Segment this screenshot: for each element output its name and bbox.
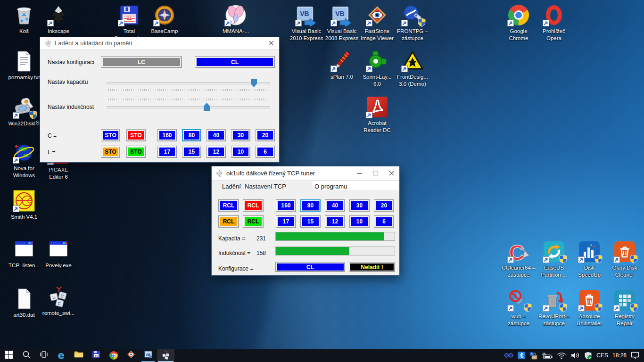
desktop-icon-inkscape[interactable]: Inkscape xyxy=(41,4,76,35)
w1-sto-row2-sto-button[interactable]: STO xyxy=(101,146,120,158)
taskbar-total-commander-button[interactable]: 64 xyxy=(87,349,105,362)
desktop-icon-total-commander[interactable]: 64Total Commander xyxy=(111,4,147,42)
desktop-icon-frontpg[interactable]: FRONTPG – zástupce xyxy=(395,4,430,42)
desktop-icon-poznamky-txt[interactable]: poznamky.txt xyxy=(6,50,42,81)
w1-band-6-button[interactable]: 6 xyxy=(256,146,275,158)
taskbar-tcp-tuner-app-button[interactable] xyxy=(157,349,174,362)
taskbar-chrome-button[interactable] xyxy=(105,349,122,362)
cl-button[interactable]: CL xyxy=(195,56,275,68)
desktop-icon-visual-basic-2008[interactable]: VBVisual Basic 2008 Express xyxy=(324,4,360,42)
desktop-icon-smith[interactable]: Smith V4.1 xyxy=(6,189,42,221)
window2-title: ok1ufc dálkově řízený TCP tuner xyxy=(226,170,315,177)
taskbar-faststone-button[interactable] xyxy=(122,349,140,362)
no-tune-button[interactable]: Neladit ! xyxy=(349,262,395,272)
desktop-icon-label: FRONTPG – zástupce xyxy=(395,28,430,42)
desktop-icon-disk-speedup[interactable]: Disk SpeedUp xyxy=(571,240,607,279)
window2-titlebar[interactable]: UCC ok1ufc dálkově řízený TCP tuner xyxy=(212,166,399,181)
w1-band-12-button[interactable]: 12 xyxy=(206,146,226,158)
desktop-icon-wub[interactable]: wub – zástupce xyxy=(501,289,537,327)
menu-o-programu[interactable]: O programu xyxy=(314,181,347,192)
desktop-icon-tcp-listen[interactable]: TCP_listen... xyxy=(6,238,42,269)
w1-sto-row2-sto-button[interactable]: STO xyxy=(126,146,146,158)
desktop-icon-faststone[interactable]: FastStone Image Viewer xyxy=(359,4,395,42)
window2-minimize-button[interactable] xyxy=(351,166,367,180)
capacity-slider-thumb[interactable] xyxy=(251,79,257,87)
w2-band-15-button[interactable]: 15 xyxy=(300,215,321,228)
w1-band-17-button[interactable]: 17 xyxy=(157,146,177,158)
capacity-slider-track[interactable] xyxy=(107,82,270,84)
w1-band-160-button[interactable]: 160 xyxy=(157,129,177,141)
taskbar-task-view-button[interactable] xyxy=(35,349,52,362)
taskbar-search-button[interactable] xyxy=(17,349,35,362)
w2-rcl-row2-rcl-button[interactable]: RCL xyxy=(218,215,239,228)
volume-icon[interactable] xyxy=(570,352,580,359)
w1-band-40-button[interactable]: 40 xyxy=(206,129,226,141)
menu-ladeni[interactable]: Ladění xyxy=(222,181,241,192)
menu-nastaveni-tcp[interactable]: Nastavení TCP xyxy=(245,181,286,192)
desktop-icon-sprint-layout[interactable]: Sprint-Lay... 6.0 xyxy=(359,49,395,88)
taskbar-edge-button[interactable]: e xyxy=(52,349,70,362)
uac-shield-icon xyxy=(594,255,603,263)
desktop-icon-frontdesigner[interactable]: FrontDesig... 3.0 (Demo) xyxy=(395,49,430,88)
w1-band-80-button[interactable]: 80 xyxy=(182,129,201,141)
desktop-icon-nova-for-windows[interactable]: Nova for Windows xyxy=(6,141,42,179)
bluetooth-icon[interactable] xyxy=(518,352,525,359)
language-indicator[interactable]: CES xyxy=(596,352,608,359)
desktop-icon-recycle-bin[interactable]: Koš xyxy=(6,4,42,35)
taskbar-start-button[interactable] xyxy=(0,349,17,362)
taskbar-file-explorer-button[interactable] xyxy=(70,349,87,362)
w1-sto-row1-sto-button[interactable]: STO xyxy=(126,129,146,141)
desktop-icon-easeus-partition[interactable]: EaseUS Partition ... xyxy=(536,240,572,279)
defender-icon[interactable] xyxy=(584,352,592,360)
desktop-icon-mmana[interactable]: v.3MMANA-... xyxy=(218,4,254,35)
desktop-icon-google-chrome[interactable]: Google Chrome xyxy=(501,4,537,42)
desktop-icon-revouport[interactable]: RevoUPort – zástupce xyxy=(536,289,572,327)
desktop-icon-splan[interactable]: sPlan 7.0 xyxy=(324,49,360,81)
w1-band-15-button[interactable]: 15 xyxy=(182,146,201,158)
w2-rcl-row1-rcl-button[interactable]: RCL xyxy=(218,199,239,212)
power-icon[interactable] xyxy=(542,352,553,359)
w1-band-20-button[interactable]: 20 xyxy=(256,129,275,141)
window2-close-button[interactable] xyxy=(383,166,399,180)
lc-button[interactable]: LC xyxy=(101,56,182,68)
desktop-icon-ccleaner64[interactable]: CCCleaner64 – zástupce xyxy=(501,240,537,279)
w1-band-30-button[interactable]: 30 xyxy=(231,129,250,141)
w2-band-30-button[interactable]: 30 xyxy=(349,199,370,212)
desktop-icon-visual-basic-2010[interactable]: VBVisual Basic 2010 Express xyxy=(289,4,324,42)
desktop-icon-basecamp[interactable]: BaseCamp xyxy=(147,4,182,35)
desktop-icon-acrobat-reader[interactable]: Acrobat Reader DC xyxy=(359,96,395,134)
window2-maximize-button[interactable] xyxy=(367,166,383,180)
configuration-value-button[interactable]: CL xyxy=(275,262,345,272)
w2-band-12-button[interactable]: 12 xyxy=(325,215,345,228)
w2-band-40-button[interactable]: 40 xyxy=(325,199,345,212)
desktop-icon-registry-repair[interactable]: Registry Repair xyxy=(607,289,643,327)
registry-repair-icon xyxy=(613,289,636,312)
w2-band-20-button[interactable]: 20 xyxy=(374,199,394,212)
w1-band-10-button[interactable]: 10 xyxy=(231,146,250,158)
security-clock-icon[interactable] xyxy=(529,352,538,360)
w2-band-160-button[interactable]: 160 xyxy=(276,199,296,212)
clock[interactable]: 18:26 xyxy=(612,352,627,359)
w2-rcl-row2-rcl-button[interactable]: RCL xyxy=(243,215,264,228)
action-center-icon[interactable] xyxy=(631,352,639,359)
wifi-icon[interactable] xyxy=(557,352,566,359)
desktop-icon-art30-dat[interactable]: art30.dat xyxy=(6,288,42,319)
desktop-icon-povely-exe[interactable]: Povely.exe xyxy=(41,238,76,269)
w1-sto-row1-sto-button[interactable]: STO xyxy=(101,129,120,141)
taskbar-visual-basic-button[interactable]: VB xyxy=(140,349,157,362)
window1-titlebar[interactable]: UCC Ladění a ukládání do paměti xyxy=(40,37,279,49)
w2-band-6-button[interactable]: 6 xyxy=(374,215,394,228)
w2-rcl-row1-rcl-button[interactable]: RCL xyxy=(243,199,264,212)
inductance-slider-thumb[interactable] xyxy=(204,103,210,111)
desktop-icon-remote-switch[interactable]: UCCremote_swi... xyxy=(41,286,76,317)
w2-band-10-button[interactable]: 10 xyxy=(349,215,370,228)
w2-band-80-button[interactable]: 80 xyxy=(300,199,321,212)
tray-app-icon[interactable] xyxy=(504,352,513,359)
w2-band-17-button[interactable]: 17 xyxy=(276,215,296,228)
desktop-icon-opera[interactable]: Prohlížeč Opera xyxy=(536,4,572,42)
window1-close-button[interactable] xyxy=(263,37,279,49)
shortcut-arrow-icon xyxy=(153,20,160,26)
desktop-icon-absolute-uninstaller[interactable]: Absolute Uninstaller xyxy=(571,289,607,327)
inductance-slider-track[interactable] xyxy=(107,106,270,108)
desktop-icon-glary-disk-cleaner[interactable]: Glary Disk Cleaner xyxy=(607,240,643,279)
